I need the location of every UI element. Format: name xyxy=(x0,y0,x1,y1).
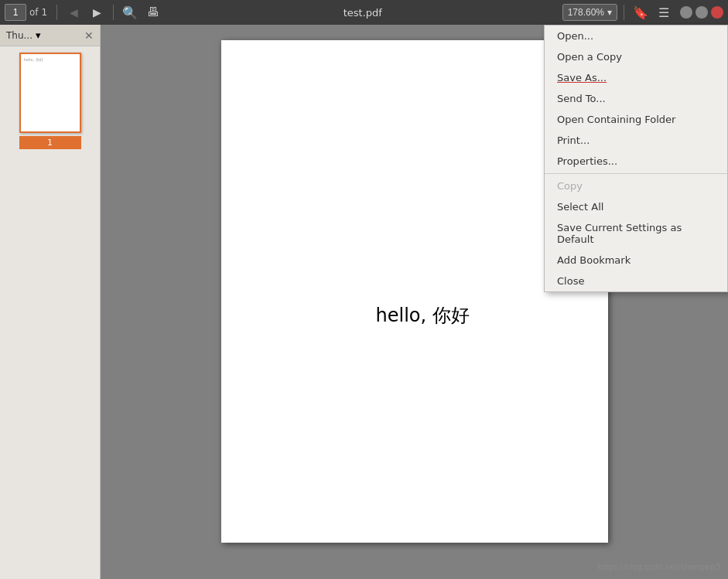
zoom-level-label: 178.60% xyxy=(568,7,604,18)
menu-item-copy: Copy xyxy=(545,175,727,196)
pdf-text-content: hello, 你好 xyxy=(376,303,470,328)
menu-item-print[interactable]: Print... xyxy=(545,130,727,151)
page-thumbnail-1[interactable]: hello, 你好 xyxy=(19,53,81,133)
menu-item-close[interactable]: Close xyxy=(545,271,727,291)
sidebar-close-button[interactable]: ✕ xyxy=(84,30,94,41)
thumbnails-panel: hello, 你好 1 xyxy=(6,53,94,149)
context-menu: Open...Open a CopySave As...Send To...Op… xyxy=(544,25,728,292)
separator-2 xyxy=(113,5,114,20)
page-number-input[interactable] xyxy=(5,4,26,21)
next-page-button[interactable]: ▶ xyxy=(87,2,107,22)
menu-item-properties[interactable]: Properties... xyxy=(545,151,727,172)
menu-item-open[interactable]: Open... xyxy=(545,26,727,46)
bookmark-button[interactable]: 🔖 xyxy=(631,2,651,22)
print-button[interactable]: 🖶 xyxy=(143,2,163,22)
search-button[interactable]: 🔍 xyxy=(120,2,140,22)
watermark-text: https://blog.csdn.net/shengwp3 xyxy=(598,563,720,571)
sidebar-tab-arrow: ▾ xyxy=(36,29,41,41)
menu-item-send-to[interactable]: Send To... xyxy=(545,88,727,109)
minimize-button[interactable] xyxy=(680,6,692,19)
separator-3 xyxy=(624,5,624,20)
sidebar-tab-label: Thu... xyxy=(6,30,32,41)
toolbar: of 1 ◀ ▶ 🔍 🖶 test.pdf 178.60% ▾ 🔖 ☰ xyxy=(0,0,728,25)
menu-item-select-all[interactable]: Select All xyxy=(545,196,727,217)
window-controls xyxy=(680,6,723,19)
separator-1 xyxy=(56,5,57,20)
menu-item-save-as[interactable]: Save As... xyxy=(545,67,727,88)
zoom-dropdown-icon: ▾ xyxy=(607,7,612,18)
zoom-selector[interactable]: 178.60% ▾ xyxy=(562,4,617,21)
menu-button[interactable]: ☰ xyxy=(654,2,674,22)
menu-item-open-folder[interactable]: Open Containing Folder xyxy=(545,109,727,130)
maximize-button[interactable] xyxy=(696,6,708,19)
thumb-preview-text: hello, 你好 xyxy=(24,57,43,62)
sidebar-content: hello, 你好 1 xyxy=(0,46,100,579)
sidebar: Thu... ▾ ✕ hello, 你好 1 xyxy=(0,25,101,579)
menu-item-open-copy[interactable]: Open a Copy xyxy=(545,46,727,67)
document-title: test.pdf xyxy=(166,7,559,19)
thumb-page-label: 1 xyxy=(19,136,81,149)
sidebar-header: Thu... ▾ ✕ xyxy=(0,25,100,46)
menu-separator-6 xyxy=(545,173,727,174)
prev-page-button[interactable]: ◀ xyxy=(63,2,84,22)
menu-item-add-bookmark[interactable]: Add Bookmark xyxy=(545,250,727,271)
close-window-button[interactable] xyxy=(711,6,723,19)
menu-item-save-default[interactable]: Save Current Settings as Default xyxy=(545,217,727,250)
page-count-label: of 1 xyxy=(29,7,47,18)
